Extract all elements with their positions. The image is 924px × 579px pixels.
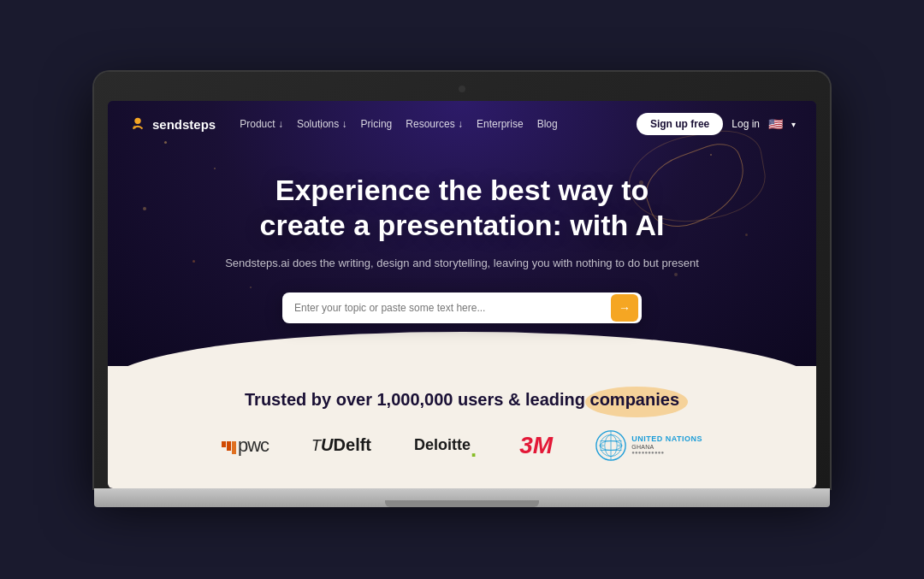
svg-point-0	[134, 118, 140, 124]
deloitte-logo: Deloitte.	[414, 436, 477, 454]
pwc-blocks-icon	[222, 441, 236, 454]
svg-point-1	[133, 126, 137, 129]
hero-content: Experience the best way to create a pres…	[108, 147, 816, 365]
hero-section: sendsteps Product ↓ Solutions ↓ Pricing …	[108, 101, 816, 365]
nav-solutions[interactable]: Solutions ↓	[297, 118, 347, 130]
logos-row: pwc TUDelft Deloitte. 3M	[142, 430, 782, 461]
un-title-line2: GHANA	[631, 444, 702, 450]
un-text-block: UNITED NATIONS GHANA ●●●●●●●●●●	[631, 435, 702, 455]
hero-title: Experience the best way to create a pres…	[142, 173, 782, 243]
3m-logo: 3M	[519, 432, 553, 459]
pwc-block-1	[222, 441, 226, 447]
nav-pricing[interactable]: Pricing	[361, 118, 393, 130]
search-submit-button[interactable]: →	[611, 294, 638, 322]
un-title-line1: UNITED NATIONS	[631, 435, 702, 444]
screen-bezel: sendsteps Product ↓ Solutions ↓ Pricing …	[94, 72, 830, 487]
3m-text: 3M	[519, 432, 553, 459]
signup-button[interactable]: Sign up free	[637, 113, 723, 135]
trusted-title: Trusted by over 1,000,000 users & leadin…	[142, 390, 782, 410]
un-emblem-icon	[595, 430, 626, 461]
hero-title-line1: Experience the best way to	[275, 174, 649, 206]
navigation: sendsteps Product ↓ Solutions ↓ Pricing …	[108, 101, 816, 147]
nav-links: Product ↓ Solutions ↓ Pricing Resources …	[240, 118, 619, 130]
un-ghana-logo: UNITED NATIONS GHANA ●●●●●●●●●●	[595, 430, 702, 461]
laptop-base	[94, 488, 830, 507]
search-input[interactable]	[294, 295, 611, 321]
pwc-logo: pwc	[222, 434, 269, 457]
hero-subtitle: Sendsteps.ai does the writing, design an…	[142, 255, 782, 272]
browser-screen: sendsteps Product ↓ Solutions ↓ Pricing …	[108, 101, 816, 487]
trusted-section: Trusted by over 1,000,000 users & leadin…	[108, 366, 816, 488]
hero-title-line2: create a presentation: with AI	[260, 209, 665, 241]
pwc-block-2	[227, 441, 231, 451]
nav-enterprise[interactable]: Enterprise	[477, 118, 524, 130]
laptop-frame: sendsteps Product ↓ Solutions ↓ Pricing …	[94, 72, 830, 506]
pwc-block-3	[232, 441, 236, 454]
un-subtitle-extra: ●●●●●●●●●●	[631, 450, 702, 455]
tudelft-logo: TUDelft	[311, 435, 371, 455]
logo[interactable]: sendsteps	[128, 115, 216, 133]
logo-icon	[128, 115, 147, 133]
nav-product[interactable]: Product ↓	[240, 118, 283, 130]
search-bar: →	[282, 292, 642, 323]
tudelft-text: TUDelft	[311, 435, 371, 455]
pwc-text: pwc	[238, 434, 269, 457]
login-button[interactable]: Log in	[732, 118, 760, 130]
language-flag[interactable]: 🇺🇸	[768, 117, 783, 131]
deloitte-text: Deloitte.	[414, 436, 477, 454]
chevron-down-icon[interactable]: ▾	[791, 120, 796, 129]
nav-resources[interactable]: Resources ↓	[406, 118, 463, 130]
nav-actions: Sign up free Log in 🇺🇸 ▾	[637, 113, 796, 135]
nav-blog[interactable]: Blog	[537, 118, 558, 130]
arrow-right-icon: →	[619, 301, 631, 315]
camera	[459, 86, 465, 92]
logo-text: sendsteps	[152, 117, 216, 132]
